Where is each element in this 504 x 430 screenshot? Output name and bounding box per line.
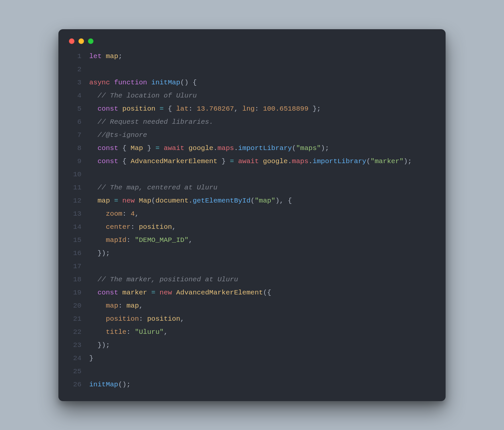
token [89,184,97,191]
token: : [131,223,139,231]
line-number: 14 [68,221,89,234]
token [89,328,106,336]
token: // Request needed libraries. [97,118,213,126]
line-content[interactable]: // Request needed libraries. [89,116,434,129]
line-content[interactable] [89,365,434,378]
token: }); [89,341,110,349]
line-content[interactable]: // The location of Uluru [89,89,434,102]
token: } [218,158,230,165]
code-line[interactable]: 22 title: "Uluru", [68,326,434,339]
code-line[interactable]: 20 map: map, [68,299,434,312]
token: ; [118,53,122,60]
token [89,302,106,310]
token: , [135,210,139,218]
line-number: 17 [68,260,89,273]
token: ({ [263,289,271,296]
code-line[interactable]: 21 position: position, [68,312,434,326]
line-content[interactable]: // The map, centered at Uluru [89,181,434,194]
code-line[interactable]: 18 // The marker, positioned at Uluru [68,273,434,286]
code-line[interactable]: 10 [68,168,434,181]
code-line[interactable]: 12 map = new Map(document.getElementById… [68,194,434,207]
token: "DEMO_MAP_ID" [135,236,189,244]
code-line[interactable]: 3async function initMap() { [68,76,434,89]
code-line[interactable]: 8 const { Map } = await google.maps.impo… [68,142,434,155]
code-line[interactable]: 11 // The map, centered at Uluru [68,181,434,194]
token: (); [118,381,131,388]
line-content[interactable]: mapId: "DEMO_MAP_ID", [89,234,434,247]
line-content[interactable]: const marker = new AdvancedMarkerElement… [89,286,434,299]
line-number: 25 [68,365,89,378]
line-content[interactable]: zoom: 4, [89,207,434,221]
token: ( [251,197,255,204]
line-content[interactable]: // The marker, positioned at Uluru [89,273,434,286]
code-line[interactable]: 6 // Request needed libraries. [68,116,434,129]
line-content[interactable]: }); [89,339,434,352]
line-number: 4 [68,89,89,102]
line-content[interactable]: map: map, [89,299,434,312]
code-line[interactable]: 2 [68,63,434,76]
token: Map [131,144,143,152]
code-line[interactable]: 15 mapId: "DEMO_MAP_ID", [68,234,434,247]
code-line[interactable]: 19 const marker = new AdvancedMarkerElem… [68,286,434,299]
line-content[interactable]: position: position, [89,312,434,326]
code-editor[interactable]: 1let map;2 3async function initMap() {4 … [68,50,434,391]
token: zoom [106,210,122,218]
line-content[interactable]: initMap(); [89,378,434,391]
token: initMap [89,381,118,388]
code-line[interactable]: 16 }); [68,247,434,260]
token: : [189,105,197,113]
line-content[interactable]: } [89,352,434,365]
token: async [89,79,110,86]
line-content[interactable] [89,63,434,76]
line-content[interactable] [89,260,434,273]
code-line[interactable]: 13 zoom: 4, [68,207,434,221]
code-line[interactable]: 25 [68,365,434,378]
token: }); [89,249,110,257]
token: , [234,105,242,113]
token: ); [321,144,329,152]
line-content[interactable]: }); [89,247,434,260]
token [118,105,122,113]
token [89,92,97,99]
code-line[interactable]: 1let map; [68,50,434,63]
token [89,210,106,218]
line-content[interactable]: center: position, [89,221,434,234]
code-line[interactable]: 26initMap(); [68,378,434,391]
token: google [263,158,288,165]
code-line[interactable]: 17 [68,260,434,273]
code-line[interactable]: 24} [68,352,434,365]
token: AdvancedMarkerElement [176,289,263,296]
line-content[interactable]: map = new Map(document.getElementById("m… [89,194,434,207]
line-number: 6 [68,116,89,129]
line-content[interactable]: const { Map } = await google.maps.import… [89,142,434,155]
code-line[interactable]: 5 const position = { lat: 13.768267, lng… [68,102,434,116]
token: { [118,158,131,165]
line-number: 3 [68,76,89,89]
zoom-icon[interactable] [88,38,94,44]
minimize-icon[interactable] [78,38,84,44]
token [89,223,106,231]
line-content[interactable] [89,168,434,181]
line-content[interactable]: const { AdvancedMarkerElement } = await … [89,155,434,168]
token: ( [151,197,156,204]
line-content[interactable]: const position = { lat: 13.768267, lng: … [89,102,434,116]
token: map [126,302,139,310]
token: // The map, centered at Uluru [97,184,217,191]
token: map [106,302,118,310]
close-icon[interactable] [69,38,74,44]
code-line[interactable]: 9 const { AdvancedMarkerElement } = awai… [68,155,434,168]
line-content[interactable]: //@ts-ignore [89,129,434,142]
token: marker [122,289,147,296]
code-line[interactable]: 4 // The location of Uluru [68,89,434,102]
token: { [118,144,131,152]
line-content[interactable]: let map; [89,50,434,63]
code-line[interactable]: 14 center: position, [68,221,434,234]
token: maps [292,158,308,165]
code-line[interactable]: 7 //@ts-ignore [68,129,434,142]
line-content[interactable]: async function initMap() { [89,76,434,89]
token [147,79,151,86]
code-line[interactable]: 23 }); [68,339,434,352]
line-content[interactable]: title: "Uluru", [89,326,434,339]
token: = [159,105,164,113]
token [89,118,97,126]
